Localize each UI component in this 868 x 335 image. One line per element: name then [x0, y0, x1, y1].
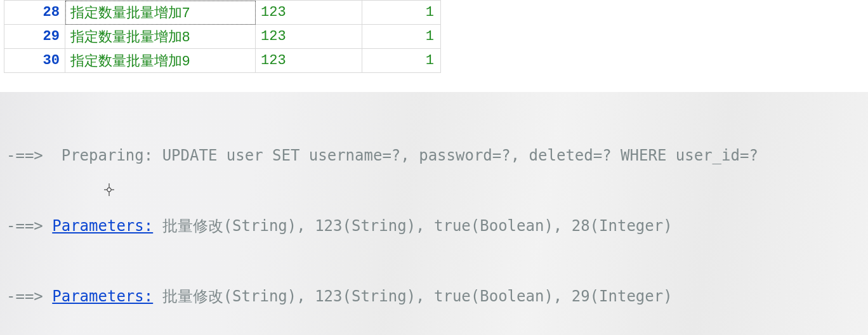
log-line-parameters: -==> Parameters: 批量修改(String), 123(Strin…	[6, 285, 865, 308]
parameters-link[interactable]: Parameters:	[52, 287, 153, 305]
table-row[interactable]: 28 指定数量批量增加7 123 1	[4, 1, 441, 25]
cell-deleted[interactable]: 1	[362, 1, 441, 25]
cell-name[interactable]: 指定数量批量增加8	[65, 25, 256, 49]
cell-password[interactable]: 123	[256, 49, 362, 73]
cell-password[interactable]: 123	[256, 25, 362, 49]
cell-deleted[interactable]: 1	[362, 49, 441, 73]
cell-id[interactable]: 28	[4, 1, 65, 25]
data-table-before: 28 指定数量批量增加7 123 1 29 指定数量批量增加8 123 1 30…	[4, 0, 441, 73]
cell-id[interactable]: 29	[4, 25, 65, 49]
cell-password[interactable]: 123	[256, 1, 362, 25]
table-row[interactable]: 29 指定数量批量增加8 123 1	[4, 25, 441, 49]
table-row[interactable]: 30 指定数量批量增加9 123 1	[4, 49, 441, 73]
svg-point-0	[107, 188, 111, 192]
cell-name[interactable]: 指定数量批量增加9	[65, 49, 256, 73]
cell-deleted[interactable]: 1	[362, 25, 441, 49]
console-output: -==> Preparing: UPDATE user SET username…	[0, 92, 868, 335]
text-cursor-icon	[104, 136, 114, 147]
cell-id[interactable]: 30	[4, 49, 65, 73]
cell-name[interactable]: 指定数量批量增加7	[65, 1, 256, 25]
